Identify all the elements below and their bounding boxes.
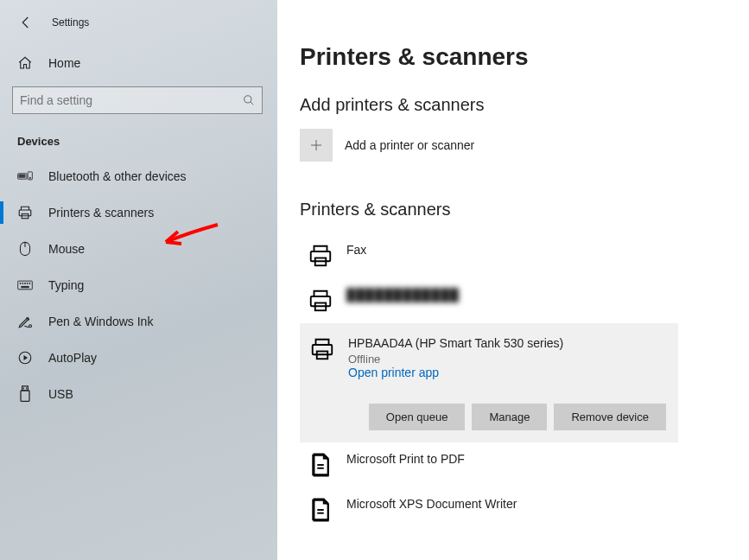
sidebar-item-typing[interactable]: Typing <box>0 267 277 303</box>
sidebar-item-label: Bluetooth & other devices <box>48 169 187 183</box>
svg-rect-24 <box>21 391 29 402</box>
svg-point-0 <box>244 96 251 103</box>
sidebar-item-pen[interactable]: Pen & Windows Ink <box>0 303 277 340</box>
printer-name: Microsoft XPS Document Writer <box>346 496 517 513</box>
svg-point-16 <box>22 283 23 283</box>
autoplay-icon <box>17 350 33 366</box>
document-printer-icon <box>307 496 334 524</box>
sidebar-item-printers[interactable]: Printers & scanners <box>0 194 277 231</box>
svg-point-19 <box>29 283 30 283</box>
printer-name: HPBAAD4A (HP Smart Tank 530 series) <box>348 335 563 353</box>
sidebar-item-autoplay[interactable]: AutoPlay <box>0 340 277 376</box>
svg-point-17 <box>24 283 25 283</box>
printer-item-pdf[interactable]: Microsoft Print to PDF <box>300 442 678 487</box>
plus-icon <box>308 137 324 153</box>
svg-rect-7 <box>23 176 25 177</box>
home-nav[interactable]: Home <box>0 47 277 83</box>
open-queue-button[interactable]: Open queue <box>369 404 466 430</box>
svg-point-21 <box>29 325 32 328</box>
list-section-title: Printers & scanners <box>300 200 749 220</box>
svg-rect-6 <box>22 176 23 177</box>
printer-status: Offline <box>348 353 563 366</box>
svg-rect-10 <box>19 210 31 216</box>
pen-icon <box>17 314 33 329</box>
printer-item-redacted[interactable]: ████████████ <box>300 278 678 323</box>
main-content: Printers & scanners Add printers & scann… <box>277 0 749 560</box>
keyboard-icon <box>17 277 33 293</box>
back-button[interactable] <box>17 14 35 31</box>
printer-item-hp-selected[interactable]: HPBAAD4A (HP Smart Tank 530 series) Offl… <box>300 323 678 442</box>
svg-rect-20 <box>22 286 29 287</box>
page-title: Printers & scanners <box>300 43 749 71</box>
search-icon <box>243 94 255 106</box>
open-printer-app-link[interactable]: Open printer app <box>348 366 563 379</box>
sidebar: Settings Home Devices Bluetooth & other … <box>0 0 277 560</box>
add-printer-row[interactable]: Add a printer or scanner <box>300 129 749 162</box>
home-label: Home <box>48 56 80 70</box>
sidebar-item-bluetooth[interactable]: Bluetooth & other devices <box>0 158 277 194</box>
printer-name: Fax <box>346 242 366 259</box>
printer-name: ████████████ <box>346 287 460 304</box>
add-section-title: Add printers & scanners <box>300 95 749 115</box>
svg-rect-23 <box>22 386 29 391</box>
printer-icon <box>307 242 334 270</box>
svg-rect-31 <box>311 296 331 306</box>
sidebar-item-label: AutoPlay <box>48 351 97 365</box>
add-tile <box>300 129 333 162</box>
printer-icon <box>307 287 334 315</box>
bluetooth-icon <box>17 169 33 184</box>
sidebar-item-usb[interactable]: USB <box>0 376 277 412</box>
sidebar-item-label: Mouse <box>48 242 85 256</box>
svg-rect-5 <box>19 176 21 177</box>
document-printer-icon <box>307 451 334 479</box>
sidebar-item-label: Printers & scanners <box>48 206 154 220</box>
svg-rect-2 <box>19 175 21 175</box>
svg-point-15 <box>20 283 21 283</box>
sidebar-item-mouse[interactable]: Mouse <box>0 231 277 267</box>
svg-rect-4 <box>23 175 25 175</box>
svg-rect-14 <box>18 281 33 290</box>
printer-item-xps[interactable]: Microsoft XPS Document Writer <box>300 487 678 532</box>
add-printer-label: Add a printer or scanner <box>345 138 474 152</box>
usb-icon <box>17 386 33 402</box>
sidebar-item-label: Typing <box>48 278 84 292</box>
sidebar-item-label: Pen & Windows Ink <box>48 315 153 328</box>
search-box[interactable] <box>12 86 263 114</box>
sidebar-section-header: Devices <box>0 130 277 158</box>
svg-rect-33 <box>313 345 333 354</box>
manage-button[interactable]: Manage <box>472 404 547 430</box>
app-title: Settings <box>52 16 89 29</box>
printer-item-fax[interactable]: Fax <box>300 233 678 278</box>
remove-device-button[interactable]: Remove device <box>554 404 666 430</box>
svg-rect-3 <box>22 175 23 175</box>
search-input[interactable] <box>20 93 227 107</box>
printer-name: Microsoft Print to PDF <box>346 451 465 468</box>
svg-point-18 <box>27 283 28 283</box>
sidebar-item-label: USB <box>48 387 73 401</box>
mouse-icon <box>17 241 33 257</box>
svg-point-9 <box>29 177 30 178</box>
arrow-left-icon <box>18 15 34 30</box>
home-icon <box>17 55 33 71</box>
printer-icon <box>17 205 33 220</box>
printer-icon <box>308 335 336 363</box>
svg-rect-29 <box>311 251 331 261</box>
